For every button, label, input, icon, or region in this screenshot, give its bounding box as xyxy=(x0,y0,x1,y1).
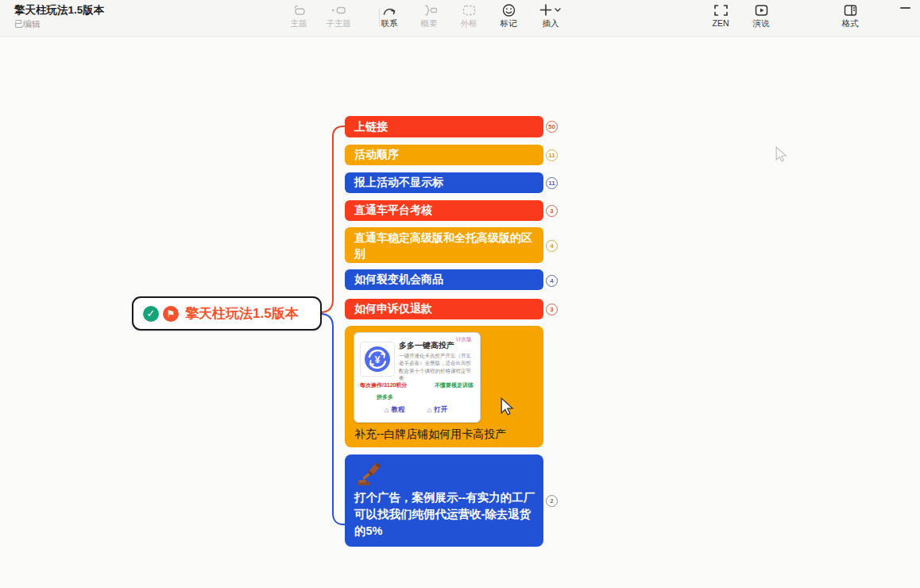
task-done-icon[interactable]: ✓ xyxy=(143,306,159,322)
house-icon: ⌂ xyxy=(427,406,431,414)
plugin-description: 一键开通化卡高投产开车（开车老手必备）全景版，适合出高投配合第十个课程的价格课程… xyxy=(399,352,475,382)
topic-supplement-card[interactable]: ¥ 多多一键高投产 计次版 一键开通化卡高投产开车（开车老手必备）全景版，适合出… xyxy=(345,326,543,447)
toolbar-separator xyxy=(379,8,380,27)
topic-activity-order[interactable]: 活动顺序 xyxy=(345,145,543,165)
collapsed-count-badge[interactable]: 11 xyxy=(546,177,558,189)
plugin-open-button[interactable]: ⌂ 打开 xyxy=(427,405,447,415)
topic-version-difference[interactable]: 直通车稳定高级版和全托高级版的区别 xyxy=(345,227,543,263)
collapsed-count-badge[interactable]: 50 xyxy=(546,121,558,133)
svg-text:¥: ¥ xyxy=(375,354,381,366)
marker-smiley-icon xyxy=(501,2,516,17)
branch-line-down xyxy=(320,314,346,524)
toolbar-button-label: 概要 xyxy=(421,18,438,28)
topic-split-opportunity[interactable]: 如何裂变机会商品 xyxy=(345,269,543,290)
plugin-tutorial-button[interactable]: ⌂ 教程 xyxy=(385,405,404,415)
gavel-icon xyxy=(356,461,383,488)
plugin-button-label: 教程 xyxy=(391,405,404,415)
topic-label: 补充--白牌店铺如何用卡高投产 xyxy=(354,427,506,442)
topic-label: 上链接 xyxy=(354,120,388,134)
collapsed-count-badge[interactable]: 4 xyxy=(546,275,558,287)
root-topic[interactable]: ✓ ⚑ 擎天柱玩法1.5版本 xyxy=(132,296,322,331)
plugin-note: 不懂要领足训练 xyxy=(435,381,474,389)
topic-label: 直通车稳定高级版和全托高级版的区别 xyxy=(354,230,534,262)
boundary-icon xyxy=(462,2,476,17)
topic-links[interactable]: 上链接 xyxy=(345,116,543,137)
window-minimize-dash[interactable] xyxy=(900,7,910,9)
plugin-button-label: 打开 xyxy=(434,405,447,415)
toolbar-button-marker[interactable]: 标记 xyxy=(501,2,517,28)
toolbar-button-insert[interactable]: 插入 xyxy=(539,2,562,28)
toolbar-button-label: 联系 xyxy=(381,18,398,28)
flag-icon[interactable]: ⚑ xyxy=(163,306,179,322)
plugin-version-tag: 计次版 xyxy=(456,336,472,343)
topic-label: 打个广告，案例展示--有实力的工厂可以找我们纯佣代运营收-除去退货的5% xyxy=(354,489,535,540)
subtopic-icon xyxy=(331,2,346,17)
collapsed-count-badge[interactable]: 3 xyxy=(546,205,558,217)
toolbar-button-format[interactable]: 格式 xyxy=(842,2,859,28)
remote-cursor-arrow-icon xyxy=(774,146,788,162)
collapsed-count-badge[interactable]: 3 xyxy=(546,304,558,315)
toolbar-button-relationship[interactable]: 联系 xyxy=(381,2,398,28)
toolbar: 擎天柱玩法1.5版本 已编辑 主题 子主题 xyxy=(0,0,920,37)
toolbar-button-label: 插入 xyxy=(543,18,559,28)
toolbar-button-label: 子主题 xyxy=(326,18,351,28)
toolbar-button-summary[interactable]: 概要 xyxy=(421,2,438,28)
toolbar-button-present[interactable]: 演说 xyxy=(753,2,770,28)
toolbar-button-label: 标记 xyxy=(501,18,517,28)
topic-activity-no-tag[interactable]: 报上活动不显示标 xyxy=(345,172,543,193)
branch-line-up xyxy=(320,126,346,312)
plugin-card-image[interactable]: ¥ 多多一键高投产 计次版 一键开通化卡高投产开车（开车老手必备）全景版，适合出… xyxy=(354,332,481,423)
plugin-platform: 拼多多 xyxy=(377,393,393,401)
toolbar-button-zen[interactable]: ZEN xyxy=(713,2,729,28)
toolbar-button-label: 外框 xyxy=(461,18,477,28)
collapsed-count-badge[interactable]: 4 xyxy=(546,240,558,252)
toolbar-button-label: 格式 xyxy=(842,18,859,28)
topic-label: 如何申诉仅退款 xyxy=(354,302,432,316)
collapsed-count-badge[interactable]: 11 xyxy=(546,149,558,161)
house-icon: ⌂ xyxy=(385,406,388,414)
plugin-icon-frame: ¥ xyxy=(360,342,395,377)
topic-label: 活动顺序 xyxy=(354,148,399,162)
toolbar-button-boundary[interactable]: 外框 xyxy=(461,2,477,28)
summary-icon xyxy=(421,2,437,17)
relationship-icon xyxy=(381,2,397,17)
topic-icon xyxy=(292,2,306,17)
topic-platform-assessment[interactable]: 直通车平台考核 xyxy=(345,200,543,221)
topic-label: 如何裂变机会商品 xyxy=(354,273,443,287)
plugin-price: 每次操作/3120积分 xyxy=(360,381,408,389)
plugin-app-icon: ¥ xyxy=(363,345,392,373)
mouse-cursor-arrow-icon xyxy=(499,397,515,416)
toolbar-button-label: 主题 xyxy=(291,18,307,28)
root-topic-label: 擎天柱玩法1.5版本 xyxy=(185,304,299,323)
format-panel-icon xyxy=(843,2,857,17)
document-title: 擎天柱玩法1.5版本 xyxy=(14,3,104,17)
toolbar-button-topic[interactable]: 主题 xyxy=(291,2,307,28)
app-window: 擎天柱玩法1.5版本 已编辑 主题 子主题 xyxy=(0,0,920,588)
mindmap-canvas[interactable]: ✓ ⚑ 擎天柱玩法1.5版本 上链接 50 活动顺序 11 报上活动不显示标 1… xyxy=(0,0,920,588)
toolbar-button-label: ZEN xyxy=(713,18,729,28)
plugin-title: 多多一键高投产 xyxy=(399,340,454,351)
topic-label: 直通车平台考核 xyxy=(354,203,432,218)
toolbar-button-label: 演说 xyxy=(753,18,770,28)
insert-plus-icon xyxy=(539,2,562,17)
toolbar-button-subtopic[interactable]: 子主题 xyxy=(326,2,351,28)
topic-advertisement[interactable]: 打个广告，案例展示--有实力的工厂可以找我们纯佣代运营收-除去退货的5% xyxy=(345,455,543,547)
topic-label: 报上活动不显示标 xyxy=(354,176,443,190)
topic-appeal-refund[interactable]: 如何申诉仅退款 xyxy=(345,299,543,319)
zen-brackets-icon xyxy=(713,2,729,17)
document-status: 已编辑 xyxy=(14,18,41,30)
presentation-play-icon xyxy=(754,2,768,17)
collapsed-count-badge[interactable]: 2 xyxy=(546,495,558,507)
